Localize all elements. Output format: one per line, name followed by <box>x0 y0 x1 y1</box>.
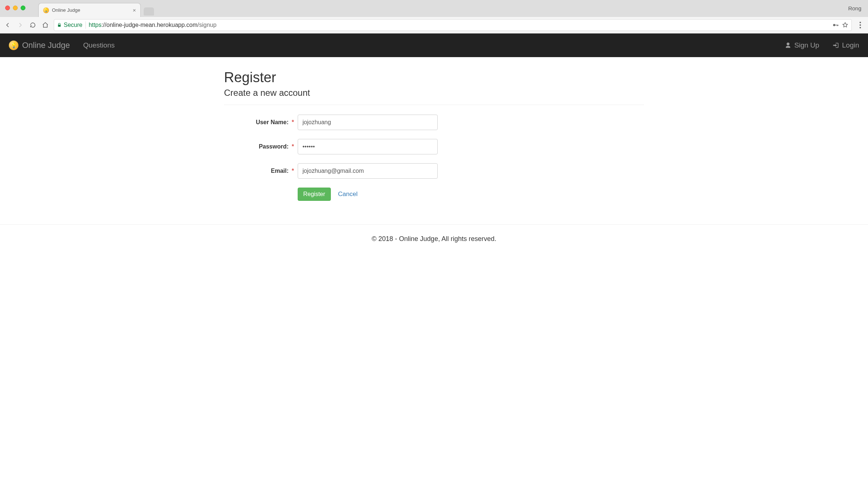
key-icon[interactable] <box>832 22 839 28</box>
browser-menu-icon[interactable] <box>856 22 864 28</box>
profile-name[interactable]: Rong <box>848 5 861 11</box>
address-bar[interactable]: Secure https://online-judge-mean.herokua… <box>54 19 852 31</box>
register-form: User Name: * Password: * Email: * <box>224 115 644 201</box>
window-minimize-icon[interactable] <box>13 6 18 10</box>
url-host: ://online-judge-mean.herokuapp.com <box>101 22 197 28</box>
url-path: /signup <box>197 22 217 28</box>
browser-tab[interactable]: 💡 Online Judge × <box>38 3 141 17</box>
window-controls <box>5 6 25 10</box>
star-icon[interactable] <box>842 22 848 28</box>
url-scheme: https <box>89 22 102 28</box>
home-button[interactable] <box>41 21 49 29</box>
required-marker: * <box>292 119 294 125</box>
brand-logo-icon: 💡 <box>9 41 18 50</box>
app-navbar: 💡 Online Judge Questions Sign Up Login <box>0 34 868 57</box>
page-subtitle: Create a new account <box>224 88 644 98</box>
page-container: Register Create a new account User Name:… <box>218 57 650 216</box>
required-marker: * <box>292 143 294 150</box>
page-title: Register <box>224 70 644 85</box>
reload-button[interactable] <box>29 21 37 29</box>
nav-login[interactable]: Login <box>833 41 860 49</box>
url-text: https://online-judge-mean.herokuapp.com/… <box>89 22 829 28</box>
divider <box>224 105 644 105</box>
tab-title: Online Judge <box>52 7 130 13</box>
email-label: Email: * <box>224 168 298 174</box>
footer: © 2018 - Online Judge, All rights reserv… <box>0 224 868 253</box>
brand-text: Online Judge <box>22 41 70 50</box>
nav-login-label: Login <box>842 41 860 49</box>
separator <box>85 21 86 29</box>
nav-questions[interactable]: Questions <box>83 41 115 49</box>
nav-signup-label: Sign Up <box>794 41 819 49</box>
svg-rect-3 <box>838 25 839 26</box>
svg-rect-2 <box>837 25 838 26</box>
tab-close-icon[interactable]: × <box>133 7 136 13</box>
toolbar: Secure https://online-judge-mean.herokua… <box>0 17 868 33</box>
username-label: User Name: * <box>224 119 298 126</box>
email-input[interactable] <box>298 163 438 179</box>
password-label: Password: * <box>224 143 298 150</box>
window-zoom-icon[interactable] <box>21 6 25 10</box>
brand[interactable]: 💡 Online Judge <box>9 41 70 50</box>
window-close-icon[interactable] <box>5 6 10 10</box>
back-button[interactable] <box>4 21 12 29</box>
user-icon <box>785 42 791 49</box>
svg-point-0 <box>833 24 835 26</box>
required-marker: * <box>292 168 294 174</box>
cancel-link[interactable]: Cancel <box>338 191 358 198</box>
username-input[interactable] <box>298 115 438 130</box>
svg-rect-1 <box>835 25 838 25</box>
login-icon <box>833 42 839 49</box>
tab-favicon-icon: 💡 <box>43 7 49 13</box>
secure-label: Secure <box>64 22 83 28</box>
register-button[interactable]: Register <box>298 188 331 201</box>
nav-signup[interactable]: Sign Up <box>785 41 819 49</box>
browser-chrome: 💡 Online Judge × Rong Secure <box>0 0 868 34</box>
new-tab-button[interactable] <box>144 7 154 15</box>
password-input[interactable] <box>298 139 438 154</box>
lock-icon: Secure <box>57 22 83 28</box>
tab-strip: 💡 Online Judge × Rong <box>0 0 868 17</box>
forward-button[interactable] <box>16 21 24 29</box>
footer-text: © 2018 - Online Judge, All rights reserv… <box>372 235 496 242</box>
